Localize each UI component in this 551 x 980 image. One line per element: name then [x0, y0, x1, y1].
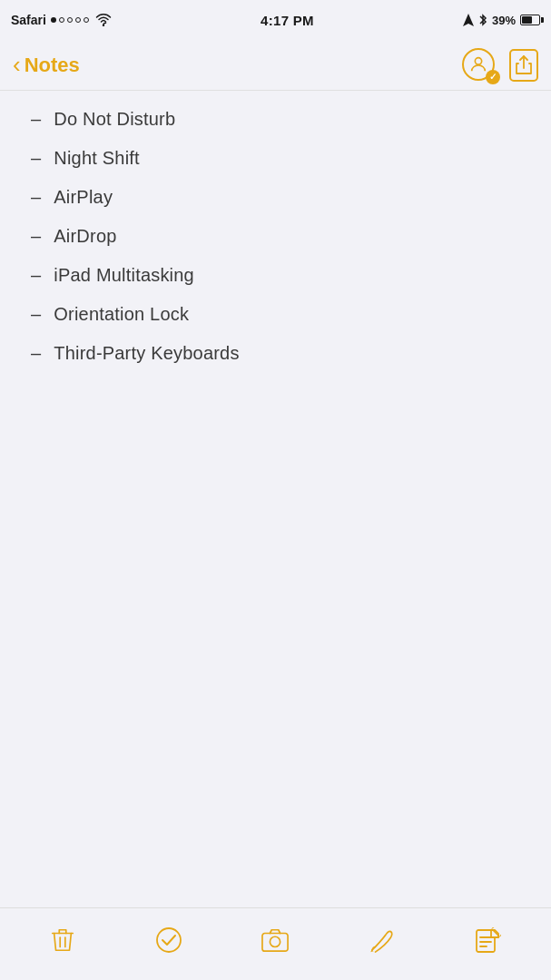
- checklist-button[interactable]: [146, 917, 192, 963]
- battery-percent: 39%: [492, 14, 516, 27]
- status-right: 39%: [463, 14, 540, 27]
- back-button[interactable]: ‹ Notes: [13, 54, 80, 77]
- dot-3: [67, 17, 73, 23]
- list-dash: –: [31, 304, 41, 325]
- status-bar: Safari 4:17 PM 39%: [0, 0, 551, 40]
- wifi-icon: [95, 14, 112, 26]
- list-item: – Do Not Disturb: [22, 109, 529, 130]
- list-dash: –: [31, 109, 41, 130]
- list-dash: –: [31, 343, 41, 364]
- list-item-text: Orientation Lock: [54, 304, 189, 325]
- dot-2: [59, 17, 64, 23]
- list-item: – Orientation Lock: [22, 304, 529, 325]
- dot-5: [84, 17, 89, 23]
- list-dash: –: [31, 265, 41, 286]
- list-item-text: AirPlay: [54, 187, 113, 208]
- sketch-button[interactable]: [359, 917, 405, 963]
- compose-icon: [475, 926, 502, 954]
- battery-icon: [520, 15, 540, 25]
- location-icon: [463, 14, 474, 26]
- list-item: – Third-Party Keyboards: [22, 343, 529, 364]
- compose-button[interactable]: [466, 917, 511, 963]
- bottom-toolbar: [0, 907, 551, 980]
- camera-icon: [261, 926, 289, 954]
- note-content: – Do Not Disturb – Night Shift – AirPlay…: [0, 91, 551, 400]
- check-badge: ✓: [486, 70, 500, 84]
- back-chevron-icon: ‹: [13, 53, 21, 76]
- back-label: Notes: [25, 54, 80, 77]
- nav-bar: ‹ Notes ✓: [0, 40, 551, 91]
- list-item: – AirPlay: [22, 187, 529, 208]
- share-box-icon: [509, 49, 538, 82]
- list-item-text: Third-Party Keyboards: [54, 343, 239, 364]
- list-item-text: Do Not Disturb: [54, 109, 175, 130]
- collaborate-button[interactable]: ✓: [462, 48, 497, 83]
- status-left: Safari: [11, 13, 112, 27]
- status-time: 4:17 PM: [261, 13, 314, 28]
- list-dash: –: [31, 187, 41, 208]
- svg-point-1: [475, 57, 481, 64]
- svg-point-4: [157, 928, 181, 952]
- dot-1: [51, 17, 56, 23]
- list-item-text: iPad Multitasking: [54, 265, 194, 286]
- trash-icon: [49, 926, 76, 954]
- nav-right-buttons: ✓: [462, 48, 538, 83]
- bluetooth-icon: [478, 14, 487, 26]
- list-dash: –: [31, 226, 41, 247]
- share-button[interactable]: [509, 49, 538, 82]
- list-item: – iPad Multitasking: [22, 265, 529, 286]
- carrier-label: Safari: [11, 13, 46, 27]
- dot-4: [75, 17, 81, 23]
- list-item-text: AirDrop: [54, 226, 116, 247]
- signal-dots: [51, 17, 89, 23]
- sketch-icon: [369, 926, 396, 954]
- checklist-icon: [155, 926, 182, 954]
- svg-point-6: [271, 936, 280, 946]
- svg-point-0: [103, 24, 104, 26]
- list-item: – AirDrop: [22, 226, 529, 247]
- list-item: – Night Shift: [22, 148, 529, 169]
- camera-button[interactable]: [252, 917, 298, 963]
- delete-button[interactable]: [40, 917, 85, 963]
- list-item-text: Night Shift: [54, 148, 139, 169]
- list-dash: –: [31, 148, 41, 169]
- person-check-icon: ✓: [462, 48, 497, 83]
